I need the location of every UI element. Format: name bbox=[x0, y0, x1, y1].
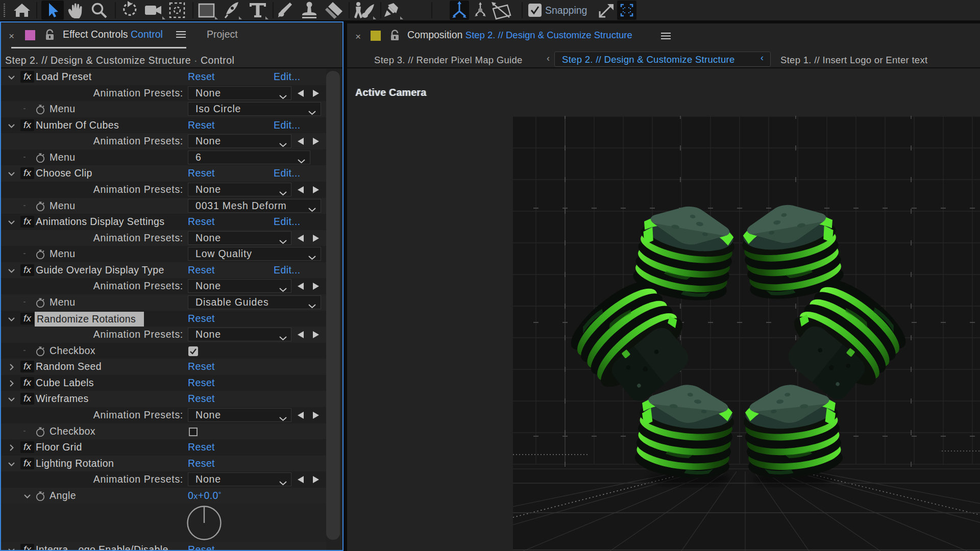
svg-text:Snapping: Snapping bbox=[545, 5, 587, 16]
